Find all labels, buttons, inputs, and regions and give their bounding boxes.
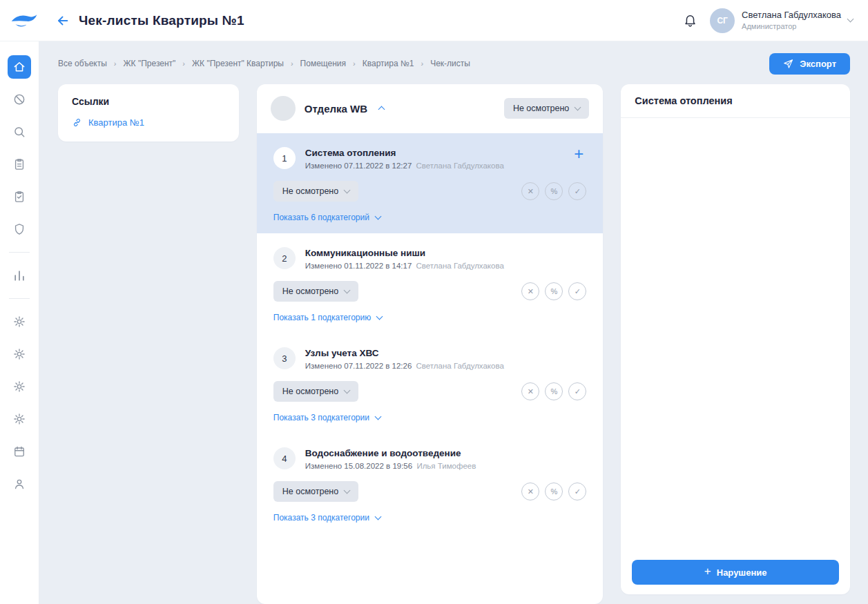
item-number: 2 xyxy=(273,247,296,269)
home-icon xyxy=(12,60,26,74)
reject-button[interactable]: ✕ xyxy=(521,382,539,400)
checklist-item[interactable]: 3 Узлы учета ХВС Изменено 07.11.2022 в 1… xyxy=(257,333,604,433)
link-icon xyxy=(72,117,82,128)
sidebar-item-settings-general[interactable] xyxy=(8,407,31,431)
item-status-dropdown[interactable]: Не осмотрено xyxy=(273,181,358,202)
group-status-dropdown[interactable]: Не осмотрено xyxy=(504,98,589,119)
apartment-link-label: Квартира №1 xyxy=(88,117,144,128)
sidebar-item-calendar[interactable] xyxy=(8,440,31,463)
checklist-item[interactable]: 2 Коммуникационные ниши Изменено 01.11.2… xyxy=(257,233,604,333)
percent-icon: % xyxy=(550,487,557,496)
checklist-card: Отделка WB Не осмотрено 1 Система отопле… xyxy=(257,84,604,604)
show-subcategories-link[interactable]: Показать 3 подкатегории xyxy=(273,413,380,422)
check-icon: ✓ xyxy=(575,287,581,296)
sidebar-item-settings-users[interactable] xyxy=(8,342,31,366)
app-logo-icon[interactable] xyxy=(8,12,40,29)
accept-button[interactable]: ✓ xyxy=(568,382,586,400)
export-button[interactable]: Экспорт xyxy=(769,53,850,75)
sidebar-item-home[interactable] xyxy=(8,55,31,79)
chevron-down-icon xyxy=(344,387,351,393)
item-author: Илья Тимофеев xyxy=(416,462,476,470)
detail-panel-body xyxy=(621,118,850,552)
search-icon xyxy=(12,125,26,139)
show-subcategories-link[interactable]: Показать 3 подкатегории xyxy=(273,513,380,523)
sidebar-item-settings-sync[interactable] xyxy=(8,310,31,333)
breadcrumb-separator-icon: › xyxy=(291,59,293,68)
partial-button[interactable]: % xyxy=(545,182,563,200)
send-icon xyxy=(783,59,793,69)
cross-icon: ✕ xyxy=(528,287,534,296)
apartment-link[interactable]: Квартира №1 xyxy=(72,117,225,128)
sidebar-item-tasks[interactable] xyxy=(8,185,31,208)
sidebar-item-checklists[interactable] xyxy=(8,153,31,176)
clipboard-icon xyxy=(12,157,26,171)
sidebar-item-analytics[interactable] xyxy=(8,264,31,287)
sidebar-item-settings-tools[interactable] xyxy=(8,375,31,398)
item-status-label: Не осмотрено xyxy=(282,387,338,396)
item-status-dropdown[interactable]: Не осмотрено xyxy=(273,381,358,402)
checklist-group-header: Отделка WB Не осмотрено xyxy=(257,84,604,133)
item-status-dropdown[interactable]: Не осмотрено xyxy=(273,281,358,302)
group-status-label: Не осмотрено xyxy=(513,104,569,113)
show-subcategories-link[interactable]: Показать 6 подкатегорий xyxy=(273,213,380,222)
item-modified: Изменено 15.08.2022 в 19:56 xyxy=(305,462,412,470)
clipboard-check-icon xyxy=(12,190,26,204)
partial-button[interactable]: % xyxy=(545,282,563,300)
item-modified: Изменено 01.11.2022 в 14:17 xyxy=(305,262,412,270)
chevron-down-icon xyxy=(374,213,381,220)
chevron-down-icon xyxy=(374,413,381,420)
bar-chart-icon xyxy=(12,269,26,282)
add-plus-button[interactable]: + xyxy=(571,147,586,161)
expand-label: Показать 6 подкатегорий xyxy=(273,213,369,222)
item-number: 1 xyxy=(273,147,296,169)
chevron-down-icon xyxy=(344,286,351,293)
reject-button[interactable]: ✕ xyxy=(521,282,539,300)
breadcrumb-item[interactable]: Чек-листы xyxy=(430,59,470,68)
item-status-dropdown[interactable]: Не осмотрено xyxy=(273,481,358,502)
add-violation-button[interactable]: + Нарушение xyxy=(632,560,839,585)
expand-label: Показать 3 подкатегории xyxy=(273,513,369,523)
collapse-group-button[interactable] xyxy=(376,102,387,115)
percent-icon: % xyxy=(550,387,557,396)
sidebar-item-workers[interactable] xyxy=(8,472,31,496)
breadcrumb-item[interactable]: Все объекты xyxy=(58,59,107,68)
item-status-label: Не осмотрено xyxy=(282,487,338,496)
checklist-item[interactable]: 4 Водоснабжение и водоотведение Изменено… xyxy=(257,433,604,534)
reject-button[interactable]: ✕ xyxy=(521,483,539,500)
group-title: Отделка WB xyxy=(305,103,367,115)
gear-settings-icon xyxy=(12,412,26,426)
breadcrumb-item[interactable]: ЖК "Презент" xyxy=(124,59,176,68)
reject-button[interactable]: ✕ xyxy=(521,182,539,200)
item-number: 3 xyxy=(273,347,296,369)
worker-icon xyxy=(12,477,26,491)
sidebar-item-search[interactable] xyxy=(8,120,31,144)
accept-button[interactable]: ✓ xyxy=(568,282,586,300)
breadcrumb-item[interactable]: ЖК "Презент" Квартиры xyxy=(192,59,284,68)
user-avatar: СГ xyxy=(710,8,735,33)
expand-label: Показать 1 подкатегорию xyxy=(273,313,371,322)
item-title: Водоснабжение и водоотведение xyxy=(305,447,476,458)
accept-button[interactable]: ✓ xyxy=(568,483,586,500)
percent-icon: % xyxy=(550,287,557,295)
gear-tools-icon xyxy=(12,380,26,393)
breadcrumb-separator-icon: › xyxy=(421,59,424,68)
breadcrumb-item[interactable]: Квартира №1 xyxy=(363,59,414,68)
checklist-item[interactable]: 1 Система отопления Изменено 07.11.2022 … xyxy=(257,133,604,233)
breadcrumb-item[interactable]: Помещения xyxy=(300,59,346,68)
back-button[interactable] xyxy=(55,13,70,28)
accept-button[interactable]: ✓ xyxy=(568,182,586,200)
breadcrumb-separator-icon: › xyxy=(114,59,117,68)
notifications-bell-icon[interactable] xyxy=(683,13,697,28)
links-card-title: Ссылки xyxy=(72,96,225,107)
chevron-up-icon xyxy=(378,106,385,113)
user-menu[interactable]: СГ Светлана Габдулхакова Администратор xyxy=(710,8,853,33)
sidebar-item-quality[interactable] xyxy=(8,217,31,241)
gear-user-icon xyxy=(12,347,26,361)
partial-button[interactable]: % xyxy=(545,483,563,500)
item-status-label: Не осмотрено xyxy=(282,286,338,296)
show-subcategories-link[interactable]: Показать 1 подкатегорию xyxy=(273,313,382,322)
partial-button[interactable]: % xyxy=(545,382,563,400)
user-role: Администратор xyxy=(742,21,841,31)
violation-button-label: Нарушение xyxy=(717,567,767,578)
sidebar-item-blocked[interactable] xyxy=(8,88,31,111)
